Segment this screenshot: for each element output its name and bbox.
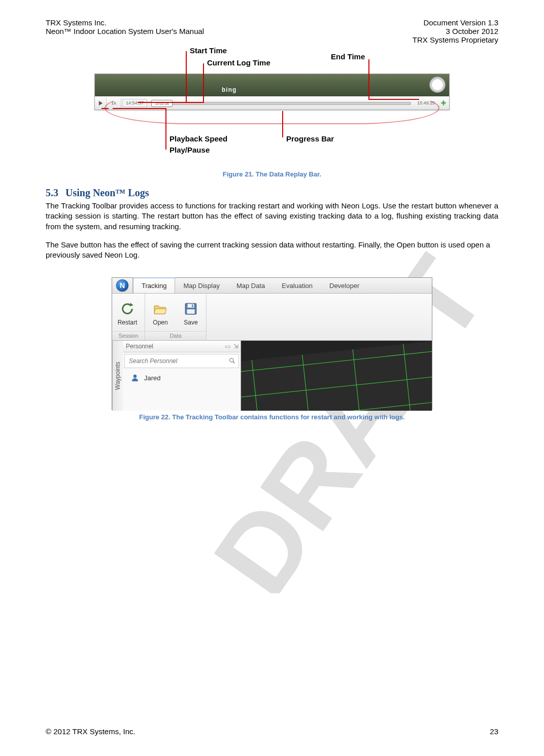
header-company: TRX Systems Inc. [46, 18, 107, 27]
personnel-panel-title: Personnel [126, 343, 153, 350]
header-row-3: TRX Systems Proprietary [46, 35, 498, 44]
figure-22-caption: Figure 22. The Tracking Toolbar contains… [46, 413, 498, 421]
svg-point-7 [230, 358, 233, 362]
ribbon-body: Restart Session Open Save [112, 294, 432, 341]
header-title: Neon™ Indoor Location System User's Manu… [46, 27, 204, 35]
callout-progress-bar: Progress Bar [286, 134, 334, 143]
group-session-label: Session [112, 331, 145, 340]
person-icon [131, 374, 139, 382]
header-date: 3 October 2012 [446, 27, 498, 35]
search-personnel[interactable] [124, 354, 239, 368]
figure-1: bing 1x 14:54:37 15:01:04 15:49:25 [94, 48, 450, 167]
figure-21-caption: Figure 21. The Data Replay Bar. [46, 170, 498, 178]
refresh-icon [119, 301, 135, 317]
tab-map-data[interactable]: Map Data [228, 278, 274, 293]
current-log-time-thumb[interactable]: 15:01:04 [151, 100, 173, 107]
group-data-label: Data [145, 331, 206, 340]
save-icon [183, 301, 199, 317]
play-pause-button[interactable] [95, 98, 107, 108]
pin-icon[interactable]: ⇲ [233, 343, 239, 350]
tab-evaluation[interactable]: Evaluation [274, 278, 321, 293]
start-time-value: 14:54:37 [122, 99, 147, 107]
svg-point-9 [133, 375, 137, 378]
callout-end-time: End Time [331, 52, 365, 61]
svg-marker-2 [130, 303, 133, 307]
header-doc-version: Document Version 1.3 [423, 18, 498, 27]
save-button[interactable]: Save [176, 299, 206, 328]
search-input[interactable] [128, 357, 229, 365]
open-label: Open [153, 319, 167, 326]
neon-logo-icon: N [116, 279, 128, 292]
group-data: Open Save Data [145, 294, 207, 340]
map-preview: bing [95, 74, 449, 96]
figure-2: N Tracking Map Display Map Data Evaluati… [112, 277, 432, 410]
footer: © 2012 TRX Systems, Inc. 23 [46, 727, 498, 736]
callout-current-time: Current Log Time [207, 58, 270, 67]
tab-developer[interactable]: Developer [321, 278, 368, 293]
callout-start-time: Start Time [190, 46, 227, 55]
group-session: Restart Session [112, 294, 145, 340]
progress-bar-track[interactable]: 15:01:04 [151, 100, 411, 106]
replay-bar: bing 1x 14:54:37 15:01:04 15:49:25 [94, 74, 450, 110]
personnel-panel: Personnel ▭ ⇲ [123, 341, 241, 411]
tab-map-display[interactable]: Map Display [175, 278, 228, 293]
map-viewport[interactable] [241, 341, 432, 411]
header-row-1: TRX Systems Inc. Document Version 1.3 [46, 18, 498, 27]
expand-icon[interactable] [438, 98, 449, 108]
svg-line-8 [233, 362, 234, 363]
footer-page-number: 23 [490, 727, 498, 736]
svg-rect-5 [192, 305, 193, 307]
ribbon-tabs: N Tracking Map Display Map Data Evaluati… [112, 278, 432, 294]
header-proprietary: TRX Systems Proprietary [413, 35, 498, 44]
restart-label: Restart [118, 319, 138, 326]
bing-logo: bing [222, 86, 236, 93]
window-icon[interactable]: ▭ [225, 343, 230, 350]
svg-rect-4 [188, 304, 194, 308]
end-time-value: 15:49:25 [414, 100, 438, 105]
footer-copyright: © 2012 TRX Systems, Inc. [46, 727, 135, 736]
personnel-name: Jared [144, 374, 161, 382]
waypoints-tab[interactable]: Waypoints [112, 341, 123, 411]
paragraph-1: The Tracking Toolbar provides access to … [46, 201, 498, 232]
save-label: Save [184, 319, 197, 326]
svg-rect-6 [187, 309, 194, 314]
callout-playback-speed: Playback Speed [169, 134, 227, 143]
folder-open-icon [152, 301, 168, 317]
playback-speed[interactable]: 1x [107, 98, 121, 108]
section-5-3-heading: 5.3Using Neon™ Logs [46, 187, 498, 199]
paragraph-2: The Save button has the effect of saving… [46, 240, 498, 261]
callout-play-pause: Play/Pause [169, 146, 210, 154]
restart-button[interactable]: Restart [112, 299, 143, 328]
tab-tracking[interactable]: Tracking [133, 277, 175, 293]
app-menu-button[interactable]: N [112, 278, 133, 293]
header-row-2: Neon™ Indoor Location System User's Manu… [46, 27, 498, 35]
svg-marker-1 [98, 101, 102, 105]
search-icon [229, 357, 235, 366]
personnel-item[interactable]: Jared [123, 372, 241, 384]
open-button[interactable]: Open [145, 299, 176, 328]
